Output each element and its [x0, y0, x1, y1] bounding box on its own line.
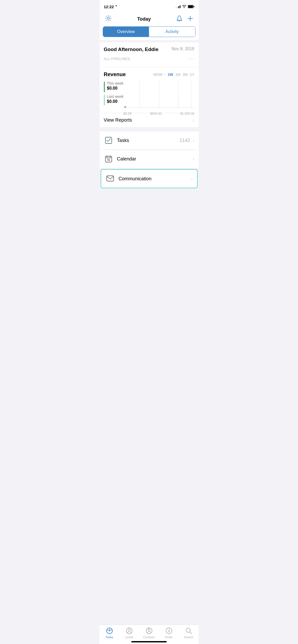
communication-label: Communication	[119, 176, 191, 182]
filter-1m[interactable]: 1M	[175, 72, 180, 77]
last-week-labels: Last week $0.00	[107, 94, 124, 104]
svg-text:31: 31	[107, 158, 110, 161]
filter-now[interactable]: NOW	[153, 72, 162, 77]
revenue-chart	[124, 81, 194, 110]
svg-point-0	[184, 7, 184, 8]
calendar-icon: 31	[104, 154, 113, 164]
pipelines-row: ALL PIPELINES ···	[104, 55, 194, 63]
notification-button[interactable]	[176, 15, 183, 23]
legend-this-week: This week $0.00	[104, 81, 124, 92]
wifi-icon	[182, 5, 186, 8]
svg-rect-20	[107, 176, 114, 181]
greeting-section: Good Afternoon, Eddie Nov 8, 2018 ALL PI…	[100, 42, 199, 67]
last-week-bar	[104, 95, 105, 105]
page-header: Today	[100, 12, 199, 26]
svg-rect-12	[124, 107, 126, 108]
filter-1w[interactable]: 1W	[167, 72, 173, 77]
greeting-row: Good Afternoon, Eddie Nov 8, 2018	[104, 47, 194, 52]
battery-icon	[188, 5, 194, 8]
list-section: Tasks 1142 › 31 Calendar ›	[100, 131, 199, 189]
view-reports-label: View Reports	[104, 117, 132, 123]
header-actions	[176, 15, 193, 23]
this-week-bar	[104, 82, 105, 92]
this-week-value: $0.00	[107, 86, 124, 91]
section-divider-2	[100, 127, 199, 129]
revenue-section: Revenue NOW ● 1W 1M 3M 1Y This week $0.0…	[100, 67, 199, 113]
chart-svg-container: $0.00 $500.00 $1,000.00	[124, 81, 194, 113]
status-icons	[176, 5, 194, 8]
communication-wrapper: Communication ›	[100, 168, 199, 189]
tasks-label: Tasks	[117, 138, 180, 143]
greeting-text: Good Afternoon, Eddie	[104, 47, 159, 52]
status-bar: 12:22	[100, 0, 199, 12]
communication-chevron: ›	[191, 176, 193, 182]
calendar-chevron: ›	[193, 156, 194, 162]
last-week-value: $0.00	[107, 99, 124, 104]
location-icon	[115, 5, 118, 8]
revenue-title: Revenue	[104, 71, 126, 77]
tab-activity[interactable]: Activity	[149, 27, 195, 37]
tasks-chevron: ›	[193, 138, 194, 143]
settings-button[interactable]	[105, 15, 112, 23]
svg-rect-3	[188, 6, 193, 8]
tasks-icon	[104, 136, 113, 145]
view-tab-bar: Overview Activity	[100, 26, 199, 40]
bottom-spacer	[100, 189, 199, 213]
pipelines-options-button[interactable]: ···	[189, 56, 194, 62]
list-item-calendar[interactable]: 31 Calendar ›	[100, 150, 199, 168]
add-button[interactable]	[187, 16, 193, 22]
this-week-labels: This week $0.00	[107, 81, 124, 91]
axis-mid: $500.00	[150, 112, 161, 116]
this-week-label: This week	[107, 81, 124, 85]
tab-overview[interactable]: Overview	[103, 27, 149, 37]
axis-max: $1,000.00	[180, 112, 194, 116]
chart-axis-labels: $0.00 $500.00 $1,000.00	[124, 111, 194, 116]
svg-rect-2	[194, 6, 194, 7]
chart-legend: This week $0.00 Last week $0.00	[104, 81, 124, 108]
status-time: 12:22	[104, 4, 114, 9]
last-week-label: Last week	[107, 94, 124, 99]
list-item-tasks[interactable]: Tasks 1142 ›	[100, 131, 199, 150]
pipelines-label: ALL PIPELINES	[104, 57, 130, 61]
signal-icon	[176, 5, 180, 8]
axis-min: $0.00	[124, 112, 132, 116]
list-item-communication[interactable]: Communication ›	[101, 169, 198, 188]
greeting-date: Nov 8, 2018	[171, 47, 194, 51]
legend-last-week: Last week $0.00	[104, 94, 124, 105]
filter-dot: ●	[165, 74, 166, 75]
svg-point-4	[107, 17, 109, 19]
section-divider-1	[100, 40, 199, 42]
revenue-filters: NOW ● 1W 1M 3M 1Y	[153, 72, 194, 77]
tab-container: Overview Activity	[103, 26, 195, 37]
page-title: Today	[137, 16, 151, 22]
view-reports-chevron: ›	[193, 117, 194, 123]
tasks-count: 1142	[179, 138, 190, 143]
filter-3m[interactable]: 3M	[183, 72, 188, 77]
filter-1y[interactable]: 1Y	[190, 72, 194, 77]
svg-rect-13	[124, 106, 126, 107]
communication-icon	[105, 174, 115, 183]
revenue-header: Revenue NOW ● 1W 1M 3M 1Y	[104, 71, 194, 77]
calendar-label: Calendar	[117, 156, 193, 162]
